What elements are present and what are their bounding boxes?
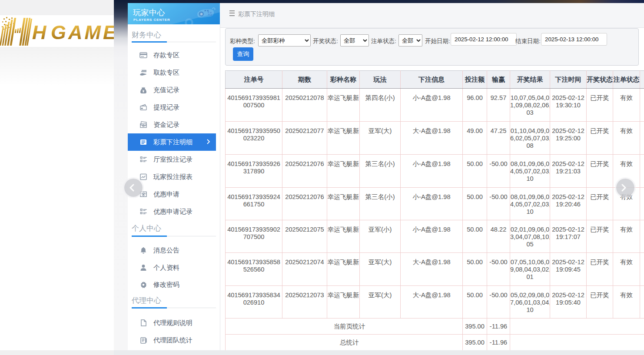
svg-text:GAME: GAME (51, 21, 114, 43)
svg-text:H: H (32, 21, 47, 43)
